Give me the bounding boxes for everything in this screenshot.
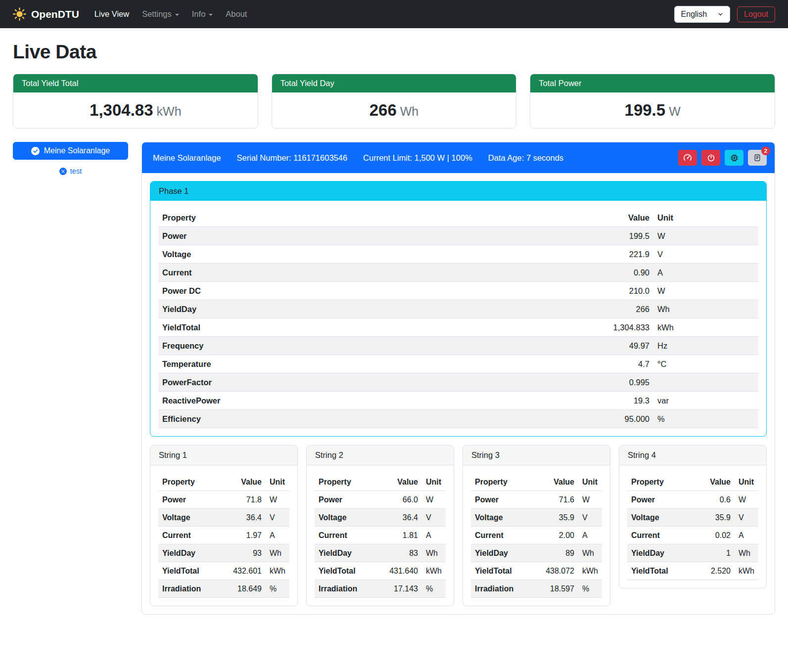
table-header-row: Property Value Unit	[158, 209, 758, 227]
property-name: YieldDay	[471, 544, 542, 562]
column-header-value: Value	[542, 473, 578, 491]
test-link-label: test	[70, 167, 82, 175]
table-row: Frequency 49.97 Hz	[158, 337, 758, 355]
logout-button[interactable]: Logout	[737, 6, 775, 22]
property-name: Power	[627, 491, 699, 509]
string-table-body: Power 66.0 W Voltage 36.4 V Current	[315, 491, 446, 598]
property-value: 4.7	[589, 355, 653, 373]
property-unit: A	[735, 527, 758, 544]
column-header-unit: Unit	[422, 473, 446, 491]
column-header-unit: Unit	[266, 473, 289, 491]
nav-item-settings[interactable]: Settings	[136, 5, 185, 23]
column-header-property: Property	[315, 473, 385, 491]
language-select[interactable]: English	[674, 6, 730, 23]
table-header-row: Property Value Unit	[315, 473, 446, 491]
property-name: Irradiation	[471, 580, 542, 598]
property-unit: W	[578, 491, 602, 509]
property-value: 35.9	[699, 509, 735, 527]
property-value: 71.6	[542, 491, 578, 509]
property-unit: kWh	[653, 318, 758, 337]
nav-label: Live View	[94, 9, 129, 19]
column-header-unit: Unit	[735, 473, 758, 491]
property-unit: V	[266, 509, 289, 527]
property-name: Temperature	[158, 355, 589, 373]
phase-card: Phase 1 Property Value Unit	[150, 181, 767, 437]
stat-unit: W	[669, 104, 681, 118]
test-inverter-link[interactable]: test	[13, 167, 128, 175]
string-title: String 1	[150, 446, 297, 465]
property-name: Current	[471, 527, 542, 544]
property-unit: %	[578, 580, 602, 598]
property-name: YieldTotal	[158, 562, 229, 580]
property-value: 2.520	[699, 562, 735, 580]
property-value: 71.8	[229, 491, 266, 509]
stat-title: Total Yield Total	[13, 74, 258, 92]
string-table: Property Value Unit Power 0.6 W	[627, 473, 758, 580]
property-value: 1	[699, 544, 735, 562]
table-row: YieldDay 89 Wh	[471, 544, 602, 562]
device-info-button[interactable]	[725, 150, 743, 166]
property-name: Voltage	[471, 509, 542, 527]
string-body: Property Value Unit Power 66.0 W	[307, 465, 454, 606]
table-row: Current 0.02 A	[627, 527, 758, 544]
table-row: Current 1.81 A	[315, 527, 446, 544]
column-header-property: Property	[158, 473, 229, 491]
column-header-property: Property	[627, 473, 699, 491]
language-value: English	[681, 10, 707, 19]
stat-unit: Wh	[400, 104, 419, 118]
brand[interactable]: OpenDTU	[13, 7, 79, 21]
string-table: Property Value Unit Power 66.0 W	[315, 473, 446, 598]
property-unit: Wh	[422, 544, 446, 562]
property-value: 1.81	[385, 527, 422, 544]
property-name: Current	[158, 527, 229, 544]
page-title: Live Data	[13, 41, 775, 63]
property-unit: %	[266, 580, 289, 598]
column-header-property: Property	[471, 473, 542, 491]
property-value: 66.0	[385, 491, 422, 509]
limit-settings-button[interactable]	[678, 150, 697, 166]
property-name: YieldTotal	[471, 562, 542, 580]
property-name: Irradiation	[315, 580, 385, 598]
phase-table-body: Power 199.5 W Voltage 221.9 V Current 0.	[158, 227, 758, 428]
property-name: YieldDay	[158, 300, 589, 318]
table-row: Irradiation 17.143 %	[315, 580, 446, 598]
inverter-header-buttons: 2	[678, 150, 767, 166]
power-button[interactable]	[701, 150, 720, 166]
string-table: Property Value Unit Power 71.8 W	[158, 473, 289, 598]
string-title: String 4	[619, 446, 766, 465]
nav-item-info[interactable]: Info	[185, 5, 220, 23]
table-row: PowerFactor 0.995	[158, 373, 758, 392]
event-log-button[interactable]: 2	[748, 150, 767, 166]
property-unit: V	[653, 245, 758, 264]
string-body: Property Value Unit Power 0.6 W	[619, 465, 766, 588]
property-name: Current	[627, 527, 699, 544]
table-row: Current 1.97 A	[158, 527, 289, 544]
nav-item-live-view[interactable]: Live View	[88, 5, 136, 23]
inverter-sidebar: Meine Solaranlage test	[13, 142, 128, 175]
property-value: 0.6	[699, 491, 735, 509]
stat-value: 1,304.83	[90, 101, 153, 119]
string-card-3: String 3 Property Value Unit	[463, 445, 610, 606]
nav-item-about[interactable]: About	[219, 5, 253, 23]
property-name: Voltage	[158, 509, 229, 527]
stat-card-total-power: Total Power 199.5W	[530, 74, 775, 129]
property-unit: W	[653, 282, 758, 300]
stat-body: 199.5W	[530, 92, 775, 128]
property-name: YieldDay	[158, 544, 229, 562]
property-name: Voltage	[315, 509, 385, 527]
property-name: Power	[158, 227, 589, 245]
property-name: Voltage	[627, 509, 699, 527]
stat-card-total-yield-total: Total Yield Total 1,304.83kWh	[13, 74, 258, 129]
property-value: 93	[229, 544, 266, 562]
property-unit: A	[266, 527, 289, 544]
chevron-down-icon	[209, 14, 213, 16]
property-name: YieldTotal	[158, 318, 589, 337]
column-header-unit: Unit	[653, 209, 758, 227]
inverter-select-button[interactable]: Meine Solaranlage	[13, 142, 128, 160]
column-header-value: Value	[229, 473, 266, 491]
brand-text: OpenDTU	[31, 8, 79, 20]
property-name: Power	[158, 491, 229, 509]
stat-value: 266	[370, 101, 397, 119]
column-header-property: Property	[158, 209, 589, 227]
string-title: String 2	[307, 446, 454, 465]
